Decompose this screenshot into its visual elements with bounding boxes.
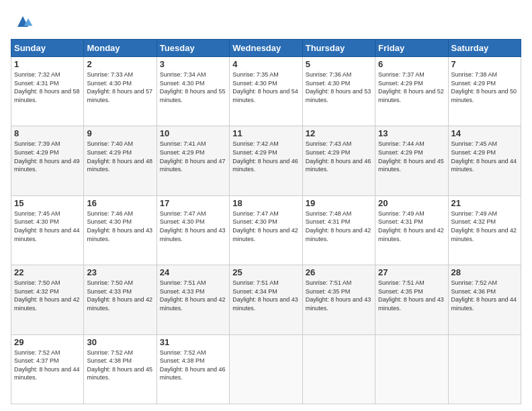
day-info: Sunrise: 7:36 AMSunset: 4:30 PMDaylight:… bbox=[306, 71, 372, 104]
calendar-cell bbox=[448, 334, 521, 404]
page-header bbox=[11, 11, 521, 32]
calendar-cell: 9Sunrise: 7:40 AMSunset: 4:29 PMDaylight… bbox=[84, 126, 157, 195]
day-info: Sunrise: 7:47 AMSunset: 4:30 PMDaylight:… bbox=[232, 210, 299, 243]
calendar-cell: 19Sunrise: 7:48 AMSunset: 4:31 PMDayligh… bbox=[302, 195, 375, 265]
calendar-page: Sunday Monday Tuesday Wednesday Thursday… bbox=[0, 0, 532, 411]
day-number: 27 bbox=[378, 267, 445, 277]
day-info: Sunrise: 7:40 AMSunset: 4:29 PMDaylight:… bbox=[87, 140, 153, 173]
day-number: 5 bbox=[306, 59, 372, 69]
day-info: Sunrise: 7:32 AMSunset: 4:31 PMDaylight:… bbox=[14, 71, 81, 104]
day-number: 16 bbox=[87, 198, 153, 208]
calendar-cell: 13Sunrise: 7:44 AMSunset: 4:29 PMDayligh… bbox=[375, 126, 448, 195]
calendar-cell: 6Sunrise: 7:37 AMSunset: 4:29 PMDaylight… bbox=[375, 57, 448, 126]
header-sunday: Sunday bbox=[11, 40, 84, 57]
calendar-header-row: Sunday Monday Tuesday Wednesday Thursday… bbox=[11, 40, 521, 57]
calendar-cell bbox=[375, 334, 448, 404]
calendar-week-row: 29Sunrise: 7:52 AMSunset: 4:37 PMDayligh… bbox=[11, 334, 521, 404]
logo bbox=[11, 11, 34, 32]
calendar-cell: 7Sunrise: 7:38 AMSunset: 4:29 PMDaylight… bbox=[448, 57, 521, 126]
day-number: 6 bbox=[378, 59, 445, 69]
calendar-cell: 11Sunrise: 7:42 AMSunset: 4:29 PMDayligh… bbox=[230, 126, 302, 195]
calendar-cell bbox=[230, 334, 302, 404]
calendar-table: Sunday Monday Tuesday Wednesday Thursday… bbox=[11, 39, 521, 404]
day-number: 30 bbox=[87, 337, 153, 347]
calendar-cell: 1Sunrise: 7:32 AMSunset: 4:31 PMDaylight… bbox=[11, 57, 84, 126]
calendar-week-row: 15Sunrise: 7:45 AMSunset: 4:30 PMDayligh… bbox=[11, 195, 521, 265]
logo-icon bbox=[12, 11, 34, 32]
day-number: 12 bbox=[306, 128, 372, 138]
day-info: Sunrise: 7:39 AMSunset: 4:29 PMDaylight:… bbox=[14, 140, 81, 173]
day-info: Sunrise: 7:50 AMSunset: 4:33 PMDaylight:… bbox=[87, 279, 153, 312]
day-number: 31 bbox=[160, 337, 226, 347]
calendar-cell: 28Sunrise: 7:52 AMSunset: 4:36 PMDayligh… bbox=[448, 265, 521, 334]
day-info: Sunrise: 7:52 AMSunset: 4:38 PMDaylight:… bbox=[160, 349, 226, 382]
day-number: 24 bbox=[160, 267, 226, 277]
header-tuesday: Tuesday bbox=[157, 40, 229, 57]
calendar-cell: 21Sunrise: 7:49 AMSunset: 4:32 PMDayligh… bbox=[448, 195, 521, 265]
day-number: 22 bbox=[14, 267, 81, 277]
day-info: Sunrise: 7:50 AMSunset: 4:32 PMDaylight:… bbox=[14, 279, 81, 312]
day-info: Sunrise: 7:47 AMSunset: 4:30 PMDaylight:… bbox=[160, 210, 226, 243]
day-info: Sunrise: 7:52 AMSunset: 4:37 PMDaylight:… bbox=[14, 349, 81, 382]
day-number: 13 bbox=[378, 128, 445, 138]
day-number: 8 bbox=[14, 128, 81, 138]
day-info: Sunrise: 7:49 AMSunset: 4:32 PMDaylight:… bbox=[451, 210, 518, 243]
day-info: Sunrise: 7:38 AMSunset: 4:29 PMDaylight:… bbox=[451, 71, 518, 104]
calendar-cell: 18Sunrise: 7:47 AMSunset: 4:30 PMDayligh… bbox=[230, 195, 302, 265]
calendar-cell: 5Sunrise: 7:36 AMSunset: 4:30 PMDaylight… bbox=[302, 57, 375, 126]
day-number: 20 bbox=[378, 198, 445, 208]
day-number: 28 bbox=[451, 267, 518, 277]
day-info: Sunrise: 7:49 AMSunset: 4:31 PMDaylight:… bbox=[378, 210, 445, 243]
calendar-week-row: 8Sunrise: 7:39 AMSunset: 4:29 PMDaylight… bbox=[11, 126, 521, 195]
calendar-cell bbox=[302, 334, 375, 404]
day-info: Sunrise: 7:45 AMSunset: 4:30 PMDaylight:… bbox=[14, 210, 81, 243]
day-number: 17 bbox=[160, 198, 226, 208]
day-info: Sunrise: 7:35 AMSunset: 4:30 PMDaylight:… bbox=[232, 71, 299, 104]
day-number: 25 bbox=[232, 267, 299, 277]
day-info: Sunrise: 7:43 AMSunset: 4:29 PMDaylight:… bbox=[306, 140, 372, 173]
calendar-cell: 25Sunrise: 7:51 AMSunset: 4:34 PMDayligh… bbox=[230, 265, 302, 334]
calendar-week-row: 1Sunrise: 7:32 AMSunset: 4:31 PMDaylight… bbox=[11, 57, 521, 126]
header-saturday: Saturday bbox=[448, 40, 521, 57]
calendar-cell: 15Sunrise: 7:45 AMSunset: 4:30 PMDayligh… bbox=[11, 195, 84, 265]
day-info: Sunrise: 7:33 AMSunset: 4:30 PMDaylight:… bbox=[87, 71, 153, 104]
calendar-cell: 8Sunrise: 7:39 AMSunset: 4:29 PMDaylight… bbox=[11, 126, 84, 195]
calendar-cell: 24Sunrise: 7:51 AMSunset: 4:33 PMDayligh… bbox=[157, 265, 229, 334]
calendar-cell: 10Sunrise: 7:41 AMSunset: 4:29 PMDayligh… bbox=[157, 126, 229, 195]
day-info: Sunrise: 7:52 AMSunset: 4:38 PMDaylight:… bbox=[87, 349, 153, 382]
day-number: 7 bbox=[451, 59, 518, 69]
calendar-cell: 4Sunrise: 7:35 AMSunset: 4:30 PMDaylight… bbox=[230, 57, 302, 126]
day-number: 21 bbox=[451, 198, 518, 208]
day-number: 23 bbox=[87, 267, 153, 277]
day-info: Sunrise: 7:42 AMSunset: 4:29 PMDaylight:… bbox=[232, 140, 299, 173]
calendar-cell: 23Sunrise: 7:50 AMSunset: 4:33 PMDayligh… bbox=[84, 265, 157, 334]
day-info: Sunrise: 7:51 AMSunset: 4:34 PMDaylight:… bbox=[232, 279, 299, 312]
day-info: Sunrise: 7:51 AMSunset: 4:33 PMDaylight:… bbox=[160, 279, 226, 312]
calendar-cell: 17Sunrise: 7:47 AMSunset: 4:30 PMDayligh… bbox=[157, 195, 229, 265]
day-info: Sunrise: 7:48 AMSunset: 4:31 PMDaylight:… bbox=[306, 210, 372, 243]
calendar-cell: 22Sunrise: 7:50 AMSunset: 4:32 PMDayligh… bbox=[11, 265, 84, 334]
day-info: Sunrise: 7:51 AMSunset: 4:35 PMDaylight:… bbox=[378, 279, 445, 312]
day-info: Sunrise: 7:51 AMSunset: 4:35 PMDaylight:… bbox=[306, 279, 372, 312]
day-number: 19 bbox=[306, 198, 372, 208]
day-info: Sunrise: 7:44 AMSunset: 4:29 PMDaylight:… bbox=[378, 140, 445, 173]
day-number: 10 bbox=[160, 128, 226, 138]
calendar-cell: 20Sunrise: 7:49 AMSunset: 4:31 PMDayligh… bbox=[375, 195, 448, 265]
day-info: Sunrise: 7:46 AMSunset: 4:30 PMDaylight:… bbox=[87, 210, 153, 243]
day-info: Sunrise: 7:41 AMSunset: 4:29 PMDaylight:… bbox=[160, 140, 226, 173]
day-number: 15 bbox=[14, 198, 81, 208]
calendar-week-row: 22Sunrise: 7:50 AMSunset: 4:32 PMDayligh… bbox=[11, 265, 521, 334]
calendar-cell: 27Sunrise: 7:51 AMSunset: 4:35 PMDayligh… bbox=[375, 265, 448, 334]
calendar-cell: 3Sunrise: 7:34 AMSunset: 4:30 PMDaylight… bbox=[157, 57, 229, 126]
day-number: 29 bbox=[14, 337, 81, 347]
calendar-cell: 31Sunrise: 7:52 AMSunset: 4:38 PMDayligh… bbox=[157, 334, 229, 404]
day-number: 2 bbox=[87, 59, 153, 69]
day-number: 14 bbox=[451, 128, 518, 138]
calendar-cell: 12Sunrise: 7:43 AMSunset: 4:29 PMDayligh… bbox=[302, 126, 375, 195]
day-info: Sunrise: 7:45 AMSunset: 4:29 PMDaylight:… bbox=[451, 140, 518, 173]
calendar-cell: 30Sunrise: 7:52 AMSunset: 4:38 PMDayligh… bbox=[84, 334, 157, 404]
day-number: 11 bbox=[232, 128, 299, 138]
day-info: Sunrise: 7:52 AMSunset: 4:36 PMDaylight:… bbox=[451, 279, 518, 312]
day-number: 9 bbox=[87, 128, 153, 138]
day-number: 3 bbox=[160, 59, 226, 69]
